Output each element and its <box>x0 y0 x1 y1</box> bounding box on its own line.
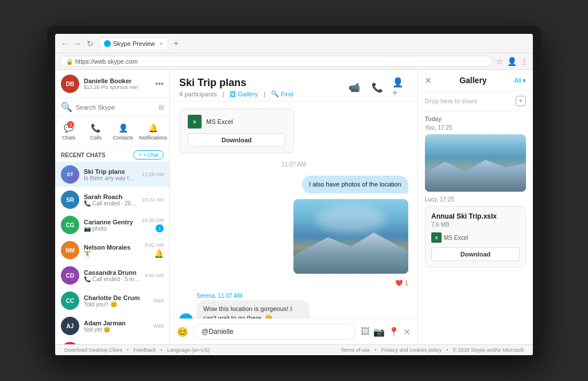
received-message-row: S Serena, 11:07 AM Wow this location is … <box>179 293 408 318</box>
chat-item-will[interactable]: WL Will Little 📞 Call ended · 10 m 32 s … <box>55 339 169 344</box>
reload-button[interactable]: ↻ <box>85 38 95 49</box>
tab-label: Skype Preview <box>113 40 155 47</box>
chat-subtitle: 4 participants | 🖼 Gallery | 🔍 Find <box>179 90 293 98</box>
location-button[interactable]: 📍 <box>388 326 400 337</box>
feedback-link[interactable]: Feedback <box>133 347 156 353</box>
gallery-file-name: Annual Ski Trip.xslx <box>431 212 520 220</box>
gallery-all-link[interactable]: All ▾ <box>514 77 526 84</box>
copyright-text: © 2018 Skype and/or Microsoft <box>452 347 524 353</box>
app-footer: Download Desktop Client • Feedback • Lan… <box>55 344 533 355</box>
sent-message-row: I also have photos of the location <box>179 176 408 193</box>
gallery-close-button[interactable]: ✕ <box>425 76 432 85</box>
grid-icon: ⊞ <box>158 103 164 111</box>
chat-item-cassandra[interactable]: CD Cassandra Drunn 📞 Call ended · 5 m 47… <box>55 263 169 288</box>
message-bubble: Wow this location is gorgeous! I can't w… <box>196 300 310 318</box>
nav-contacts-label: Contacts <box>113 135 134 141</box>
browser-nav-buttons: ← → ↻ <box>60 38 95 49</box>
chat-time: 9:42 AM <box>145 273 164 278</box>
gallery-link[interactable]: 🖼 Gallery <box>230 91 258 98</box>
message-input[interactable] <box>193 324 356 340</box>
chat-item-carianne[interactable]: CG Carianne Gentry 📷 photo 10:30 AM 1 <box>55 212 169 238</box>
user-icon[interactable]: 👤 <box>507 57 517 66</box>
more-options-button[interactable]: ••• <box>155 79 164 88</box>
chat-preview: Not yet 😊 <box>84 326 149 333</box>
language-link[interactable]: Language (en-US) <box>167 347 210 353</box>
divider: | <box>222 91 224 98</box>
video-call-button[interactable]: 📹 <box>346 79 362 95</box>
bookmark-icon[interactable]: ☆ <box>496 57 504 66</box>
find-link[interactable]: 🔍 Find <box>271 90 293 98</box>
drop-zone-label: Drop here to share <box>425 98 478 104</box>
avatar: ST <box>61 165 79 184</box>
avatar: AJ <box>61 317 79 335</box>
chat-input-area: 😊 🖼 📷 📍 ✕ <box>170 318 417 344</box>
back-button[interactable]: ← <box>60 38 70 49</box>
forward-button[interactable]: → <box>72 38 83 49</box>
divider2: | <box>264 91 265 98</box>
address-bar[interactable]: 🔒 https://web.skype.com <box>60 56 493 67</box>
gallery-image[interactable] <box>425 134 526 192</box>
chat-item-sarah[interactable]: SR Sarah Roach 📞 Call ended · 26 m 23 s … <box>55 187 169 212</box>
avatar: CD <box>61 266 79 285</box>
location-photo[interactable] <box>293 199 408 274</box>
chat-name: Nelson Morales <box>84 244 140 251</box>
tab-close-icon[interactable]: × <box>160 41 163 47</box>
nav-notifications[interactable]: 🔔 Notifications <box>137 120 169 143</box>
browser-actions: ☆ 👤 ⋮ <box>496 57 528 66</box>
chat-time: Wed <box>153 323 164 329</box>
clear-input-button[interactable]: ✕ <box>403 326 411 337</box>
gallery-content: Today You, 17:25 Lucy, 17:25 Annual Ski … <box>418 111 533 344</box>
camera-button[interactable]: 📷 <box>373 326 385 337</box>
menu-icon[interactable]: ⋮ <box>520 57 528 66</box>
message-group: Serena, 11:07 AM Wow this location is go… <box>196 293 370 318</box>
privacy-link[interactable]: Privacy and cookies policy <box>381 347 442 353</box>
chat-item-adam[interactable]: AJ Adam Jarman Not yet 😊 Wed <box>55 313 169 339</box>
image-button[interactable]: 🖼 <box>361 326 370 337</box>
chat-name: Ski Trip plans <box>84 168 137 175</box>
nav-contacts[interactable]: 👤 Contacts <box>110 120 137 143</box>
app-layout: DB Danielle Booker $13.26 Plz sponsor me… <box>55 70 533 344</box>
input-actions: 🖼 📷 📍 ✕ <box>361 326 411 337</box>
footer-dot-4: • <box>446 347 448 353</box>
new-chat-button[interactable]: + + Chat <box>133 150 164 160</box>
calls-icon: 📞 <box>90 122 102 134</box>
add-participant-button[interactable]: 👤+ <box>392 79 408 95</box>
new-tab-button[interactable]: + <box>171 38 182 49</box>
avatar: SR <box>61 190 79 209</box>
excel-icon: X <box>188 115 202 129</box>
chat-time: 11:08 AM <box>142 172 164 177</box>
chat-meta: 9:42 AM <box>145 273 164 278</box>
plus-icon: + <box>138 152 141 158</box>
chat-item-nelson[interactable]: NM Nelson Morales 🏋 9:42 AM 🔔 <box>55 238 169 263</box>
download-button[interactable]: Download <box>188 133 285 147</box>
message-time: 11:07 AM <box>179 161 408 168</box>
chat-title: Ski Trip plans <box>179 77 293 89</box>
gallery-download-button[interactable]: Download <box>431 247 520 261</box>
chevron-down-icon: ▾ <box>523 77 526 84</box>
nav-notifications-label: Notifications <box>139 135 167 141</box>
file-name: MS Excel <box>206 118 233 125</box>
file-message: X MS Excel Download <box>179 108 294 153</box>
terms-link[interactable]: Terms of use <box>341 347 370 353</box>
gallery-panel: ✕ Gallery All ▾ Drop here to share + Tod… <box>418 70 533 344</box>
chat-info: Ski Trip plans Is there any way to pin t… <box>84 168 137 181</box>
nav-chats-label: Chats <box>62 135 76 141</box>
emoji-button[interactable]: 😊 <box>177 326 188 337</box>
download-desktop-link[interactable]: Download Desktop Client <box>64 347 122 353</box>
chat-info: Carianne Gentry 📷 photo <box>84 219 137 232</box>
chat-item-charlotte[interactable]: CC Charlotte De Crum Told you!! 😊 Wed <box>55 288 169 313</box>
gallery-add-button[interactable]: + <box>516 96 526 106</box>
message-reaction[interactable]: ❤️ 1 <box>179 279 408 287</box>
chat-preview: 📷 photo <box>84 226 137 232</box>
nav-calls[interactable]: 📞 Calls <box>82 120 109 143</box>
skype-tab[interactable]: Skype Preview × <box>99 37 168 49</box>
chat-item-ski-trip[interactable]: ST Ski Trip plans Is there any way to pi… <box>55 162 169 187</box>
search-input[interactable] <box>76 104 155 111</box>
nav-chats[interactable]: 💬 Chats 2 <box>55 120 82 143</box>
chat-info: Cassandra Drunn 📞 Call ended · 5 m 47 s <box>84 269 140 282</box>
gallery-drop-zone[interactable]: Drop here to share + <box>418 91 533 111</box>
gallery-file-card: Annual Ski Trip.xslx 7,6 MB X MS Excel D… <box>425 206 526 267</box>
chat-meta: 10:31 AM <box>142 197 164 203</box>
gallery-today-label: Today <box>425 116 526 122</box>
audio-call-button[interactable]: 📞 <box>369 79 385 95</box>
